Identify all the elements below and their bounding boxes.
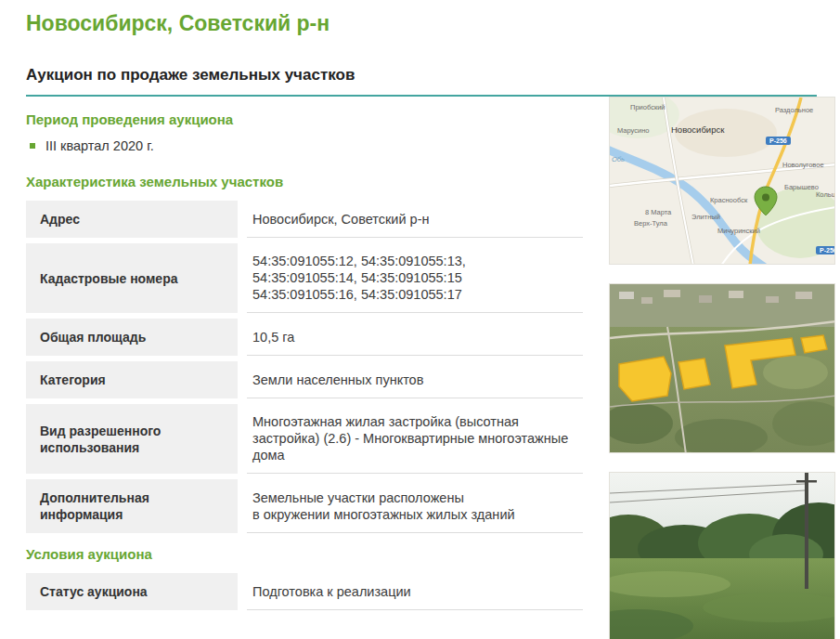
location-map[interactable]: Приобский Раздольное Марусино Новосибирс… bbox=[609, 97, 835, 265]
table-row: Кадастровые номера 54:35:091055:12, 54:3… bbox=[26, 243, 583, 313]
list-item-text: III квартал 2020 г. bbox=[45, 138, 154, 153]
map-graphic bbox=[610, 98, 835, 265]
section-heading-period: Период проведения аукциона bbox=[26, 111, 583, 127]
row-value: 54:35:091055:12, 54:35:091055:13, 54:35:… bbox=[247, 243, 583, 313]
section-heading-characteristics: Характеристика земельных участков bbox=[26, 174, 583, 189]
table-row: Дополнительная информация Земельные учас… bbox=[26, 479, 583, 533]
row-label: Кадастровые номера bbox=[26, 243, 238, 313]
bullet-square-icon bbox=[30, 143, 35, 149]
row-value: 10,5 га bbox=[247, 319, 583, 356]
row-label: Категория bbox=[26, 361, 238, 398]
media-column: Приобский Раздольное Марусино Новосибирс… bbox=[609, 97, 835, 639]
row-label: Вид разрешенного использования bbox=[26, 404, 238, 474]
satellite-image bbox=[609, 283, 835, 453]
section-heading-conditions: Условия аукциона bbox=[26, 546, 583, 562]
row-value: Земельные участки расположены в окружени… bbox=[247, 479, 583, 533]
row-value: Земли населенных пунктов bbox=[247, 361, 583, 398]
satellite-graphic bbox=[610, 284, 835, 453]
conditions-table: Статус аукциона Подготовка к реализации bbox=[26, 573, 583, 610]
row-label: Общая площадь bbox=[26, 319, 238, 356]
row-value: Новосибирск, Советский р-н bbox=[247, 201, 583, 238]
row-label: Адрес bbox=[26, 201, 238, 238]
list-item: III квартал 2020 г. bbox=[30, 138, 583, 153]
row-value: Многоэтажная жилая застройка (высотная з… bbox=[247, 404, 583, 474]
site-photo-graphic bbox=[610, 473, 835, 639]
row-label: Дополнительная информация bbox=[26, 479, 238, 533]
table-row: Вид разрешенного использования Многоэтаж… bbox=[26, 404, 583, 474]
row-label: Статус аукциона bbox=[26, 573, 238, 610]
row-value: Подготовка к реализации bbox=[247, 573, 583, 610]
site-photo bbox=[609, 472, 835, 639]
table-row: Категория Земли населенных пунктов bbox=[26, 361, 583, 398]
main-content: Период проведения аукциона III квартал 2… bbox=[26, 97, 583, 616]
characteristics-table: Адрес Новосибирск, Советский р-н Кадастр… bbox=[26, 201, 583, 533]
table-row: Адрес Новосибирск, Советский р-н bbox=[26, 201, 583, 238]
page-subtitle: Аукцион по продаже земельных участков bbox=[26, 66, 817, 97]
table-row: Общая площадь 10,5 га bbox=[26, 319, 583, 356]
auction-page: Новосибирск, Советский р-н Аукцион по пр… bbox=[0, 0, 840, 639]
page-title: Новосибирск, Советский р-н bbox=[26, 11, 817, 36]
page-header: Новосибирск, Советский р-н Аукцион по пр… bbox=[26, 11, 817, 97]
table-row: Статус аукциона Подготовка к реализации bbox=[26, 573, 583, 610]
